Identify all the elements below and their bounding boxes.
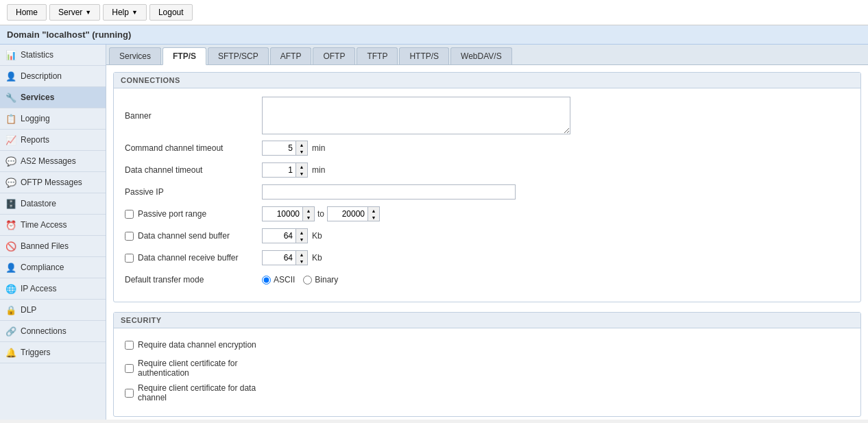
passive-port-row: Passive port range ▲ ▼ to xyxy=(125,206,849,222)
tab-oftp[interactable]: OFTP xyxy=(313,47,355,64)
require-cert-auth-checkbox[interactable] xyxy=(125,364,134,373)
oftpmessages-icon: 💬 xyxy=(5,177,16,188)
sidebar-item-triggers[interactable]: 🔔 Triggers xyxy=(0,342,106,363)
data-timeout-control: ▲ ▼ min xyxy=(262,162,325,178)
ascii-option[interactable]: ASCII xyxy=(262,275,295,285)
passive-port-to-up[interactable]: ▲ xyxy=(368,207,379,214)
receive-buffer-up[interactable]: ▲ xyxy=(296,251,307,258)
passive-port-separator: to xyxy=(317,209,324,219)
data-timeout-label: Data channel timeout xyxy=(125,165,262,175)
sidebar-item-as2messages[interactable]: 💬 AS2 Messages xyxy=(0,151,106,172)
reports-icon: 📈 xyxy=(5,134,16,145)
send-buffer-checkbox[interactable] xyxy=(125,232,134,241)
passive-port-to-input[interactable] xyxy=(327,206,368,221)
passive-port-to-down[interactable]: ▼ xyxy=(368,214,379,221)
sidebar-item-ipaccess[interactable]: 🌐 IP Access xyxy=(0,278,106,300)
receive-buffer-input[interactable] xyxy=(262,250,296,265)
services-icon: 🔧 xyxy=(5,92,16,103)
cmd-timeout-spinner-btns: ▲ ▼ xyxy=(296,141,308,156)
tab-sftpscp[interactable]: SFTP/SCP xyxy=(208,47,269,64)
data-timeout-up[interactable]: ▲ xyxy=(296,163,307,170)
receive-buffer-control: ▲ ▼ Kb xyxy=(262,250,322,265)
sidebar-item-dlp[interactable]: 🔒 DLP xyxy=(0,300,106,321)
passive-port-from-down[interactable]: ▼ xyxy=(303,214,314,221)
passive-port-from-up[interactable]: ▲ xyxy=(303,207,314,214)
triggers-icon: 🔔 xyxy=(5,347,16,358)
cmd-timeout-input[interactable] xyxy=(262,141,296,156)
require-cert-auth-label: Require client certificate for authentic… xyxy=(125,359,262,378)
passive-port-control: ▲ ▼ to ▲ ▼ xyxy=(262,206,380,221)
data-timeout-input[interactable] xyxy=(262,162,296,178)
receive-buffer-btns: ▲ ▼ xyxy=(296,250,308,265)
sidebar-item-datastore[interactable]: 🗄️ Datastore xyxy=(0,193,106,215)
send-buffer-down[interactable]: ▼ xyxy=(296,236,307,243)
send-buffer-unit: Kb xyxy=(312,231,322,241)
cmd-timeout-control: ▲ ▼ min xyxy=(262,141,325,156)
top-navigation: Home Server ▼ Help ▼ Logout xyxy=(0,0,868,25)
send-buffer-row: Data channel send buffer ▲ ▼ Kb xyxy=(125,228,849,244)
sidebar-item-compliance[interactable]: 👤 Compliance xyxy=(0,257,106,278)
transfer-mode-row: Default transfer mode ASCII Binary xyxy=(125,271,849,288)
binary-option[interactable]: Binary xyxy=(303,275,338,285)
require-cert-data-row: Require client certificate for data chan… xyxy=(125,383,849,402)
sidebar-item-reports[interactable]: 📈 Reports xyxy=(0,130,106,151)
sidebar-item-description[interactable]: 👤 Description xyxy=(0,66,106,87)
tab-tftp[interactable]: TFTP xyxy=(357,47,398,64)
tab-services[interactable]: Services xyxy=(109,47,161,64)
require-cert-auth-row: Require client certificate for authentic… xyxy=(125,359,849,378)
require-cert-data-label: Require client certificate for data chan… xyxy=(125,383,262,402)
require-encryption-checkbox[interactable] xyxy=(125,341,134,350)
cmd-timeout-label: Command channel timeout xyxy=(125,143,262,153)
cmd-timeout-row: Command channel timeout ▲ ▼ min xyxy=(125,140,849,156)
sidebar-item-connections[interactable]: 🔗 Connections xyxy=(0,321,106,342)
sidebar-item-services[interactable]: 🔧 Services xyxy=(0,87,106,108)
help-button[interactable]: Help ▼ xyxy=(103,4,147,21)
passive-ip-input[interactable] xyxy=(262,184,516,200)
banner-row: Banner xyxy=(125,97,849,134)
binary-radio[interactable] xyxy=(303,276,312,285)
tab-ftps[interactable]: FTP/S xyxy=(162,47,206,65)
data-timeout-unit: min xyxy=(312,165,325,175)
content-area: Services FTP/S SFTP/SCP AFTP OFTP TFTP H… xyxy=(106,45,868,420)
sidebar-item-statistics[interactable]: 📊 Statistics xyxy=(0,45,106,66)
server-button[interactable]: Server ▼ xyxy=(49,4,100,21)
sidebar: 📊 Statistics 👤 Description 🔧 Services 📋 … xyxy=(0,45,106,420)
ascii-radio[interactable] xyxy=(262,276,271,285)
passive-port-checkbox[interactable] xyxy=(125,210,134,219)
passive-port-to-spinner: ▲ ▼ xyxy=(327,206,380,221)
security-section-body: Require data channel encryption Require … xyxy=(114,328,860,416)
tab-aftp[interactable]: AFTP xyxy=(270,47,312,64)
connections-section-header: CONNECTIONS xyxy=(114,73,860,88)
banner-textarea[interactable] xyxy=(262,97,570,134)
datastore-icon: 🗄️ xyxy=(5,198,16,209)
home-button[interactable]: Home xyxy=(7,4,47,21)
connections-icon: 🔗 xyxy=(5,326,16,337)
sidebar-item-bannedfiles[interactable]: 🚫 Banned Files xyxy=(0,236,106,257)
dlp-icon: 🔒 xyxy=(5,304,16,315)
send-buffer-input[interactable] xyxy=(262,228,296,243)
sidebar-item-logging[interactable]: 📋 Logging xyxy=(0,108,106,130)
connections-section: CONNECTIONS Banner xyxy=(113,72,861,302)
send-buffer-up[interactable]: ▲ xyxy=(296,229,307,236)
ftps-tab-content: CONNECTIONS Banner xyxy=(106,65,868,420)
receive-buffer-spinner: ▲ ▼ xyxy=(262,250,308,265)
transfer-mode-control: ASCII Binary xyxy=(262,275,338,285)
tab-webdavs[interactable]: WebDAV/S xyxy=(450,47,512,64)
logout-button[interactable]: Logout xyxy=(149,4,193,21)
logging-icon: 📋 xyxy=(5,113,16,124)
cmd-timeout-up[interactable]: ▲ xyxy=(296,141,307,148)
sidebar-item-oftpmessages[interactable]: 💬 OFTP Messages xyxy=(0,172,106,193)
receive-buffer-checkbox[interactable] xyxy=(125,254,134,263)
statistics-icon: 📊 xyxy=(5,49,16,60)
tab-https[interactable]: HTTP/S xyxy=(399,47,449,64)
cmd-timeout-spinner: ▲ ▼ xyxy=(262,141,308,156)
require-cert-data-checkbox[interactable] xyxy=(125,389,134,398)
data-timeout-down[interactable]: ▼ xyxy=(296,170,307,177)
banner-control xyxy=(262,97,570,134)
description-icon: 👤 xyxy=(5,71,16,82)
receive-buffer-label: Data channel receive buffer xyxy=(125,253,262,263)
receive-buffer-down[interactable]: ▼ xyxy=(296,258,307,265)
cmd-timeout-down[interactable]: ▼ xyxy=(296,148,307,155)
sidebar-item-timeaccess[interactable]: ⏰ Time Access xyxy=(0,215,106,236)
passive-port-from-input[interactable] xyxy=(262,206,303,221)
